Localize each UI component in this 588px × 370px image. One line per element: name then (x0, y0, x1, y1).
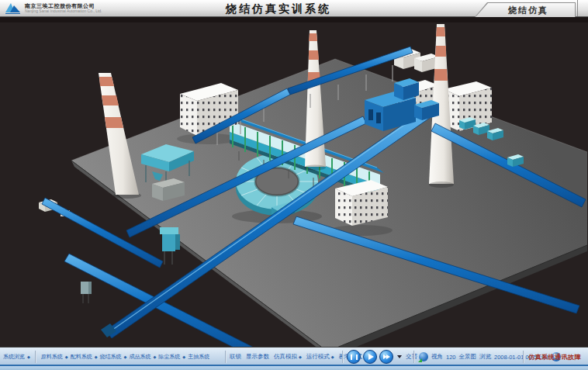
system-nav: 系统浏览 ◆ 原料系统 ◆ 配料系统 ◆ 烧结系统 ◆ 成品系统 ◆ 除尘系统 … (3, 348, 209, 365)
dropdown-diamond-icon: ◆ (299, 354, 302, 359)
dropdown-diamond-icon: ◆ (331, 354, 334, 359)
toolbar-bottom-strip (0, 365, 588, 370)
page-title: 烧结仿真实训系统 (0, 2, 557, 16)
playback-controls: 交替 (347, 348, 417, 365)
nav-raw-material-system[interactable]: 原料系统 (41, 353, 63, 361)
nav-product-system[interactable]: 成品系统 (129, 353, 150, 361)
header-bar: 南京三埃工控股份有限公司 Nanjing Sanai Industrial Au… (0, 0, 588, 17)
nav-main-fan-system[interactable]: 主抽系统 (188, 353, 209, 361)
warehouse-center (335, 180, 388, 226)
header-divider (577, 0, 578, 16)
diamond-separator: ◆ (27, 354, 30, 359)
play-icon (368, 354, 374, 360)
fast-forward-icon (383, 354, 389, 359)
nav-dedusting-system[interactable]: 除尘系统 (158, 353, 180, 361)
3d-plant-viewport[interactable] (0, 22, 588, 347)
nav-system-overview[interactable]: 系统浏览 (3, 353, 25, 361)
diamond-separator: ◆ (182, 354, 185, 359)
toolbar-divider (225, 351, 227, 363)
interlock-toggle[interactable]: 联锁 (230, 353, 241, 361)
diamond-separator: ◆ (65, 354, 68, 359)
pause-button[interactable] (347, 350, 361, 364)
fast-forward-button[interactable] (379, 350, 393, 364)
alternate-mode-label[interactable]: 交替 (406, 353, 417, 361)
diamond-separator: ◆ (124, 354, 127, 359)
pause-icon (351, 354, 358, 360)
nav-batching-system[interactable]: 配料系统 (71, 353, 92, 361)
header-dark-strip (0, 17, 588, 22)
play-button[interactable] (363, 350, 377, 364)
toolbar-divider (413, 351, 415, 363)
browse-mode-label: 浏览 (479, 353, 491, 361)
display-params-button[interactable]: 显示参数 (246, 353, 269, 361)
fault-alert: 仿真系统通讯故障 (528, 348, 581, 365)
toolbar-row: 系统浏览 ◆ 原料系统 ◆ 配料系统 ◆ 烧结系统 ◆ 成品系统 ◆ 除尘系统 … (0, 348, 588, 365)
toolbar-divider (523, 351, 524, 363)
scene-name: 全景图 (459, 353, 477, 361)
diamond-separator: ◆ (153, 354, 156, 359)
mode-simulation[interactable]: 仿真模拟 ◆ (274, 353, 302, 361)
nav-sintering-system[interactable]: 烧结系统 (100, 353, 122, 361)
toolbar-divider (342, 351, 344, 363)
speed-dropdown-caret-icon[interactable] (397, 355, 402, 358)
app-window: 南京三埃工控股份有限公司 Nanjing Sanai Industrial Au… (0, 0, 588, 370)
tab-label: 烧结仿真 (502, 5, 548, 16)
toolbar-divider (35, 351, 36, 363)
network-icon[interactable] (419, 352, 428, 361)
bottom-toolbar: 系统浏览 ◆ 原料系统 ◆ 配料系统 ◆ 烧结系统 ◆ 成品系统 ◆ 除尘系统 … (0, 347, 588, 370)
mode-run[interactable]: 运行模式 ◆ (306, 353, 334, 361)
plant-scene (0, 22, 588, 347)
tab-sinter-simulation[interactable]: 烧结仿真 (475, 2, 576, 17)
tab-sinter-simulation-face[interactable]: 烧结仿真 (476, 3, 575, 17)
view-label: 视角 (431, 353, 443, 361)
view-angle-value: 120 (446, 354, 456, 361)
diamond-separator: ◆ (95, 354, 98, 359)
